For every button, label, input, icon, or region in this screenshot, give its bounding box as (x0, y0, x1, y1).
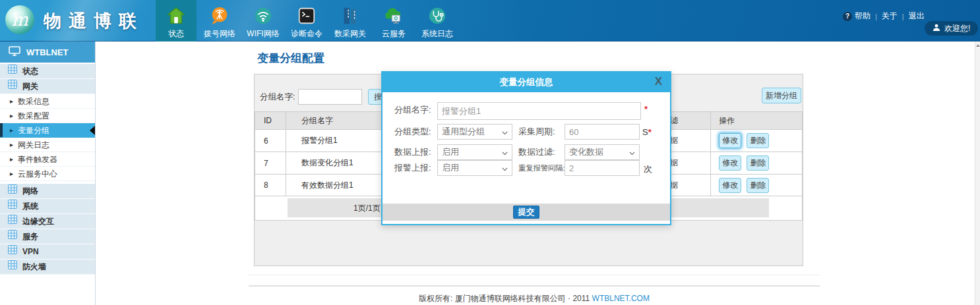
nav-item-label: 云服务 (382, 29, 406, 38)
sidebar-item-network[interactable]: 网络 (0, 184, 95, 199)
sidebar-item-status[interactable]: 状态 (0, 64, 95, 79)
stethoscope-icon (427, 3, 447, 29)
welcome-text: 欢迎您! (944, 23, 970, 34)
data-filter-select[interactable]: 变化数据 (565, 144, 640, 160)
sidebar-subitem-gateway-log[interactable]: 网关日志 (0, 138, 95, 152)
sidebar-submenu-gateway: 数采信息 数采配置 变量分组 网关日志 事件触发器 云服务中心 (0, 94, 95, 181)
delete-button[interactable]: 删除 (747, 133, 769, 148)
submit-button[interactable]: 提交 (513, 206, 539, 219)
sidebar-subitem-cloud-service-center[interactable]: 云服务中心 (0, 167, 95, 181)
data-report-value: 启用 (442, 146, 459, 158)
cell-id: 6 (255, 130, 286, 152)
dialog-title: 变量分组信息 (383, 72, 670, 92)
edit-button[interactable]: 修改 (719, 178, 741, 193)
collect-period-label: 采集周期: (518, 124, 555, 140)
repeat-interval-input[interactable] (565, 160, 640, 176)
dialup-antenna-icon (210, 3, 230, 29)
group-type-value: 通用型分组 (442, 126, 485, 138)
brand-logo: m 物通博联 (4, 4, 144, 38)
help-icon: ? (843, 12, 852, 21)
top-utility-links: ? 帮助 | 关于 | 退出 (843, 11, 925, 22)
wtblnet-link[interactable]: WTBLNET.COM (592, 294, 650, 303)
group-name-label: 分组名字: (394, 102, 431, 118)
grid-icon (8, 64, 17, 78)
data-report-select[interactable]: 启用 (437, 144, 512, 160)
terminal-icon (297, 3, 317, 29)
add-group-button[interactable]: 新增分组 (762, 88, 801, 103)
sidebar-item-service[interactable]: 服务 (0, 229, 95, 244)
delete-button[interactable]: 删除 (747, 178, 769, 193)
sidebar: WTBLNET 状态 网关 数采信息 数采配置 变量分组 网关日志 事件触发器 (0, 42, 96, 305)
cloud-monitor-icon (383, 3, 404, 29)
group-type-select[interactable]: 通用型分组 (437, 124, 512, 140)
sidebar-item-gateway[interactable]: 网关 (0, 79, 95, 94)
nav-item-label: 状态 (168, 29, 184, 38)
chevron-down-icon (502, 146, 508, 158)
cell-id: 7 (255, 152, 286, 175)
repeat-interval-label: 重复报警间隔: (518, 160, 565, 176)
nav-item-status[interactable]: 状态 (156, 0, 197, 42)
nav-item-diagnostic-command[interactable]: 诊断命令 (286, 0, 327, 42)
sidebar-item-system[interactable]: 系统 (0, 199, 95, 214)
grid-icon (8, 260, 17, 274)
nav-item-wifi-network[interactable]: WIFI网络 (243, 0, 284, 42)
logout-link[interactable]: 退出 (909, 11, 925, 22)
brand-sphere-icon: m (4, 4, 36, 38)
help-link[interactable]: 帮助 (855, 11, 871, 22)
collect-period-input[interactable] (565, 124, 640, 140)
chevron-down-icon (629, 146, 635, 158)
delete-button[interactable]: 删除 (747, 155, 769, 171)
grid-icon (8, 229, 17, 244)
collect-period-unit: S* (642, 127, 652, 137)
nav-item-system-log[interactable]: 系统日志 (417, 0, 458, 42)
page-indicator: 1页/1页 (353, 202, 381, 213)
grid-icon (8, 244, 17, 259)
sidebar-item-label: 边缘交互 (22, 214, 54, 229)
about-link[interactable]: 关于 (882, 11, 898, 22)
home-icon (166, 3, 186, 29)
edit-button[interactable]: 修改 (719, 155, 741, 171)
welcome-badge[interactable]: 欢迎您! (925, 21, 978, 36)
nav-item-data-gateway[interactable]: 数采网关 (330, 0, 371, 42)
sidebar-item-label: 服务 (22, 229, 38, 244)
active-edge-strip (0, 123, 3, 137)
page-title: 变量分组配置 (257, 51, 324, 66)
alarm-report-value: 启用 (442, 162, 459, 174)
nav-item-cloud-service[interactable]: 云服务 (373, 0, 414, 42)
data-report-label: 数据上报: (394, 144, 431, 160)
sidebar-subitem-variable-group[interactable]: 变量分组 (0, 123, 95, 138)
footer-divider (249, 275, 820, 275)
copyright-label: 版权所有: 厦门物通博联网络科技有限公司 · 2011 (419, 294, 592, 303)
alarm-report-label: 报警上报: (394, 160, 431, 176)
vertical-scrollbar[interactable] (975, 42, 980, 305)
data-filter-value: 变化数据 (569, 146, 603, 158)
nav-item-dialup-network[interactable]: 拨号网络 (199, 0, 240, 42)
alarm-report-select[interactable]: 启用 (437, 160, 512, 176)
sidebar-item-firewall[interactable]: 防火墙 (0, 260, 95, 275)
sidebar-item-edge-interaction[interactable]: 边缘交互 (0, 214, 95, 229)
cell-id: 8 (255, 175, 286, 196)
unit-text: S (642, 127, 648, 137)
nav-item-label: 拨号网络 (204, 29, 235, 38)
sidebar-item-label: 云服务中心 (18, 169, 57, 179)
sidebar-item-label: 变量分组 (18, 126, 49, 135)
svg-text:m: m (11, 9, 28, 30)
column-header-id: ID (255, 112, 286, 130)
close-icon[interactable]: X (655, 75, 662, 88)
data-filter-label: 数据过滤: (518, 144, 555, 160)
sidebar-subitem-data-collection-info[interactable]: 数采信息 (0, 94, 95, 109)
link-separator: | (875, 13, 877, 20)
grid-icon (8, 214, 17, 229)
group-name-input[interactable] (437, 102, 641, 120)
sidebar-header: WTBLNET (0, 42, 95, 63)
link-separator: | (902, 13, 904, 20)
main-nav: 状态 拨号网络 WIFI网络 诊断命令 (156, 0, 460, 42)
group-name-search-input[interactable] (298, 89, 362, 105)
sidebar-item-vpn[interactable]: VPN (0, 244, 95, 260)
sidebar-item-label: 状态 (22, 64, 38, 78)
sidebar-subitem-data-collection-config[interactable]: 数采配置 (0, 109, 95, 123)
brand-name: 物通博联 (44, 9, 144, 33)
column-header-operation: 操作 (711, 112, 803, 130)
sidebar-subitem-event-trigger[interactable]: 事件触发器 (0, 152, 95, 167)
edit-button[interactable]: 修改 (719, 133, 741, 148)
